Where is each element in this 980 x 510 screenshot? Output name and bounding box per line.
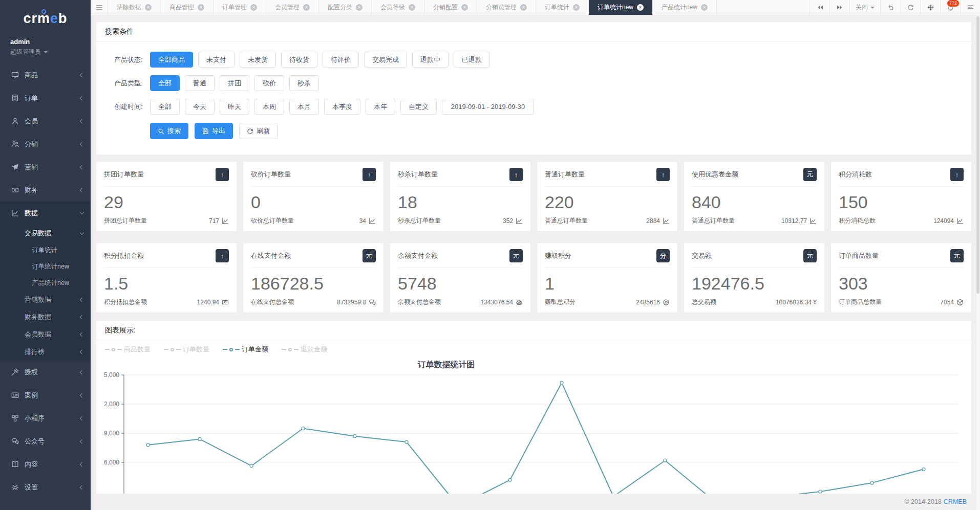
- close-icon[interactable]: ×: [461, 4, 468, 11]
- sidebar-item-miniprogram[interactable]: 小程序: [0, 407, 91, 430]
- tab[interactable]: 会员等级×: [372, 0, 424, 15]
- crmeb-link[interactable]: CRMEB: [944, 498, 967, 505]
- card-sub-label: 总交易额: [692, 298, 716, 306]
- date-range-input[interactable]: 2019-09-01 - 2019-09-30: [442, 99, 534, 115]
- sidebar-item-content[interactable]: 内容: [0, 453, 91, 476]
- filter-option[interactable]: 本季度: [324, 99, 360, 115]
- filter-option[interactable]: 本周: [254, 99, 284, 115]
- sidebar-toggle-button[interactable]: [91, 0, 108, 15]
- refresh-page-button[interactable]: [900, 0, 920, 15]
- filter-option[interactable]: 待收货: [281, 52, 317, 68]
- vertical-scrollbar[interactable]: [975, 15, 980, 510]
- tab-label: 产品统计new: [662, 3, 697, 12]
- close-icon[interactable]: ×: [520, 4, 527, 11]
- sidebar-item-product-stats-new[interactable]: 产品统计new: [0, 275, 91, 291]
- tab[interactable]: 产品统计new×: [653, 0, 717, 15]
- export-button[interactable]: 导出: [195, 123, 233, 139]
- sidebar-item-cases[interactable]: 案例: [0, 384, 91, 407]
- filter-option[interactable]: 交易完成: [364, 52, 407, 68]
- tab[interactable]: 清除数据×: [108, 0, 161, 15]
- filter-option[interactable]: 未支付: [198, 52, 235, 68]
- close-icon[interactable]: ×: [409, 4, 415, 11]
- search-button[interactable]: 搜索: [150, 123, 188, 139]
- tab[interactable]: 订单统计×: [536, 0, 589, 15]
- close-tabs-dropdown[interactable]: 关闭: [849, 0, 880, 15]
- tab-active[interactable]: 订单统计new×: [589, 0, 653, 15]
- notifications-button[interactable]: 772: [940, 0, 960, 15]
- tab[interactable]: 商品管理×: [161, 0, 214, 15]
- sidebar-item-distribution[interactable]: 分销: [0, 132, 91, 156]
- close-icon[interactable]: ×: [356, 4, 363, 11]
- legend-item[interactable]: 退款金额: [282, 345, 327, 354]
- card-value: 1: [545, 274, 670, 293]
- sidebar-item-authorization[interactable]: 授权: [0, 361, 91, 384]
- filter-option[interactable]: 砍价: [254, 75, 284, 91]
- card-sub-value: 124094: [933, 217, 954, 225]
- card-sub-value: 7054: [940, 299, 954, 306]
- close-icon[interactable]: ×: [145, 4, 152, 11]
- filter-option[interactable]: 昨天: [220, 99, 249, 115]
- sidebar-item-member-data[interactable]: 会员数据: [0, 326, 91, 343]
- legend-item[interactable]: 商品数量: [105, 345, 151, 354]
- sidebar-item-members[interactable]: 会员: [0, 109, 91, 132]
- filter-option[interactable]: 拼团: [220, 75, 249, 91]
- order-list-icon: [11, 94, 19, 102]
- sidebar-item-finance-data[interactable]: 财务数据: [0, 308, 91, 326]
- filter-option[interactable]: 全部商品: [150, 52, 193, 68]
- filter-option[interactable]: 今天: [185, 99, 215, 115]
- card-sub-value: 1240.94: [197, 299, 219, 306]
- legend-item[interactable]: 订单数量: [164, 345, 209, 354]
- card-sub-value: 1343076.54: [481, 299, 513, 306]
- filter-option[interactable]: 未发货: [240, 52, 276, 68]
- sidebar-item-orders[interactable]: 订单: [0, 86, 91, 109]
- sidebar-item-ranking[interactable]: 排行榜: [0, 343, 91, 361]
- sidebar-item-data[interactable]: 数据: [0, 202, 91, 225]
- filter-option[interactable]: 自定义: [400, 99, 437, 115]
- sidebar-item-order-stats[interactable]: 订单统计: [0, 242, 91, 258]
- back-button[interactable]: [880, 0, 900, 15]
- sidebar-item-settings[interactable]: 设置: [0, 476, 91, 499]
- scrollbar-thumb[interactable]: [976, 16, 979, 294]
- user-role-dropdown[interactable]: 超级管理员: [10, 48, 91, 56]
- close-icon[interactable]: ×: [573, 4, 580, 11]
- filter-option[interactable]: 本年: [366, 99, 395, 115]
- filter-option[interactable]: 全部: [150, 99, 180, 115]
- scroll-tabs-right-button[interactable]: [829, 0, 849, 15]
- tab[interactable]: 订单管理×: [214, 0, 266, 15]
- filter-option[interactable]: 待评价: [323, 52, 359, 68]
- coin-icon: [663, 299, 670, 306]
- sidebar-item-label: 交易数据: [25, 229, 80, 238]
- book-icon: [11, 460, 19, 468]
- tab[interactable]: 分销员管理×: [477, 0, 536, 15]
- sidebar-item-marketing-data[interactable]: 营销数据: [0, 291, 91, 308]
- sidebar-item-finance[interactable]: 财务: [0, 179, 91, 202]
- tab[interactable]: 会员管理×: [266, 0, 319, 15]
- chart-title: 订单数据统计图: [418, 360, 475, 370]
- sidebar-item-order-stats-new[interactable]: 订单统计new: [0, 258, 91, 275]
- sidebar-item-trade-data[interactable]: 交易数据: [0, 225, 91, 242]
- filter-option[interactable]: 退款中: [412, 52, 449, 68]
- filter-option[interactable]: 秒杀: [289, 75, 319, 91]
- filter-option[interactable]: 全部: [150, 75, 180, 91]
- export-button-label: 导出: [212, 126, 225, 136]
- close-icon[interactable]: ×: [303, 4, 310, 11]
- stat-card: 在线支付金额元 186728.5 在线支付总金额8732959.8: [243, 242, 384, 313]
- scroll-tabs-left-button[interactable]: [809, 0, 829, 15]
- close-icon[interactable]: ×: [637, 4, 644, 11]
- legend-item-active[interactable]: 订单金额: [223, 345, 268, 354]
- tab[interactable]: 分销配置×: [424, 0, 477, 15]
- sidebar-item-label: 商品: [25, 71, 80, 80]
- fullscreen-button[interactable]: [920, 0, 940, 15]
- close-icon[interactable]: ×: [701, 4, 708, 11]
- filter-option[interactable]: 普通: [185, 75, 215, 91]
- close-icon[interactable]: ×: [198, 4, 204, 11]
- close-icon[interactable]: ×: [250, 4, 257, 11]
- sidebar-item-wechat-official[interactable]: 公众号: [0, 430, 91, 453]
- sidebar-item-marketing[interactable]: 营销: [0, 156, 91, 179]
- sidebar-item-goods[interactable]: 商品: [0, 63, 91, 86]
- message-list-button[interactable]: [960, 0, 980, 15]
- filter-option[interactable]: 已退款: [454, 52, 490, 68]
- refresh-button[interactable]: 刷新: [239, 123, 278, 139]
- tab[interactable]: 配置分类×: [319, 0, 372, 15]
- filter-option[interactable]: 本月: [289, 99, 319, 115]
